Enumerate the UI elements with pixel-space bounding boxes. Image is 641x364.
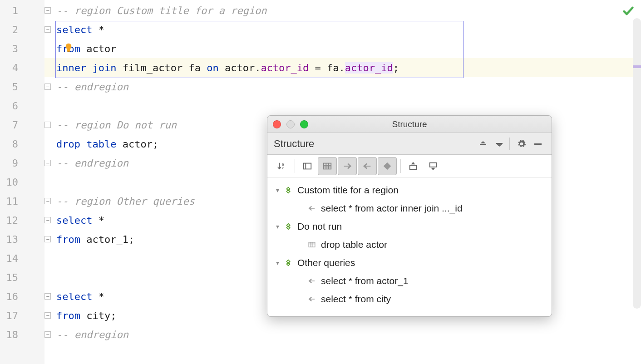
- code-text: on: [207, 62, 219, 74]
- chevron-down-icon[interactable]: ▾: [273, 259, 282, 266]
- tree-statement-node[interactable]: select * from actor inner join ..._id: [267, 199, 552, 217]
- code-text: actor: [116, 138, 152, 150]
- region-icon: [282, 222, 295, 231]
- gear-icon[interactable]: [514, 137, 529, 151]
- sort-alpha-icon[interactable]: az: [272, 157, 291, 175]
- window-title: Structure: [392, 119, 427, 129]
- editor-marker[interactable]: [633, 65, 641, 68]
- svg-rect-3: [534, 143, 542, 145]
- chevron-down-icon[interactable]: ▾: [273, 223, 282, 230]
- code-text: actor.: [219, 62, 261, 74]
- arrow-left-icon: [306, 204, 318, 212]
- region-icon: [282, 259, 295, 267]
- line-number: 11: [6, 196, 19, 207]
- code-text: film_actor fa: [116, 62, 207, 74]
- tree-statement-node[interactable]: select * from city: [267, 290, 552, 308]
- code-text: = fa.: [309, 62, 345, 74]
- code-text: *: [92, 291, 104, 302]
- scroll-to-source-icon[interactable]: [404, 157, 423, 175]
- code-text: -- endregion: [56, 157, 128, 169]
- editor-scrollbar[interactable]: [633, 18, 641, 309]
- code-text: join: [86, 62, 116, 74]
- line-number: 1: [12, 5, 18, 16]
- collapse-all-icon[interactable]: [492, 137, 507, 151]
- line-number: 12: [6, 215, 19, 226]
- line-number: 13: [6, 234, 19, 245]
- code-text: from: [56, 234, 80, 245]
- panel-title: Structure: [274, 138, 474, 150]
- structure-tree[interactable]: ▾ Custom title for a region select * fro…: [267, 177, 552, 316]
- code-text: -- region Custom title for a region: [56, 5, 267, 16]
- tree-node-label: Custom title for a region: [297, 185, 399, 196]
- line-number: 15: [6, 272, 19, 283]
- code-text: actor_id: [261, 62, 309, 74]
- tree-region-node[interactable]: ▾ Do not run: [267, 217, 552, 236]
- line-number: 3: [12, 43, 18, 54]
- line-number: 18: [6, 329, 19, 340]
- code-text: city: [80, 310, 110, 321]
- minimize-icon[interactable]: [286, 120, 295, 128]
- expand-all-icon[interactable]: [476, 137, 490, 151]
- arrow-right-icon[interactable]: [338, 157, 357, 175]
- line-number: 10: [6, 177, 19, 188]
- intention-bulb-icon[interactable]: [64, 42, 74, 54]
- code-text: ;: [110, 310, 116, 321]
- code-text: actor_id: [345, 62, 393, 74]
- line-number: 17: [6, 310, 19, 321]
- code-text: from: [56, 310, 80, 321]
- window-controls: [273, 120, 308, 128]
- line-number: 7: [12, 119, 18, 131]
- arrow-left-icon[interactable]: [358, 157, 377, 175]
- separator: [400, 159, 401, 173]
- tree-node-label: select * from city: [321, 294, 391, 305]
- code-text: *: [92, 215, 104, 226]
- separator: [509, 138, 510, 150]
- close-icon[interactable]: [273, 120, 281, 128]
- region-icon: [282, 186, 295, 194]
- tree-node-label: drop table actor: [321, 239, 387, 250]
- svg-rect-14: [430, 162, 437, 167]
- svg-rect-2: [496, 143, 503, 144]
- table-icon: [306, 241, 318, 249]
- panel-header: Structure: [267, 133, 552, 155]
- svg-rect-13: [410, 165, 417, 169]
- line-number: 9: [12, 157, 18, 169]
- svg-rect-8: [324, 163, 331, 169]
- code-text: select: [56, 24, 92, 35]
- layout-icon[interactable]: [298, 157, 317, 175]
- scroll-from-source-icon[interactable]: [424, 157, 443, 175]
- line-number: 14: [6, 253, 19, 264]
- tree-statement-node[interactable]: select * from actor_1: [267, 272, 552, 290]
- hide-icon[interactable]: [531, 137, 545, 151]
- svg-rect-15: [309, 242, 315, 247]
- table-icon[interactable]: [318, 157, 337, 175]
- structure-tool-window[interactable]: Structure Structure az: [267, 115, 552, 317]
- tree-statement-node[interactable]: drop table actor: [267, 236, 552, 254]
- line-number: 4: [12, 62, 18, 74]
- svg-rect-1: [480, 144, 486, 145]
- zoom-icon[interactable]: [300, 120, 308, 128]
- line-number: 8: [12, 138, 18, 150]
- code-text: *: [92, 24, 104, 35]
- status-ok-icon[interactable]: [622, 5, 635, 20]
- code-text: -- endregion: [56, 329, 128, 340]
- line-number: 6: [12, 100, 18, 112]
- tree-node-label: Other queries: [297, 257, 355, 268]
- chevron-down-icon[interactable]: ▾: [273, 187, 282, 194]
- tree-region-node[interactable]: ▾ Other queries: [267, 254, 552, 272]
- window-titlebar[interactable]: Structure: [267, 116, 552, 133]
- tree-region-node[interactable]: ▾ Custom title for a region: [267, 181, 552, 199]
- code-text: drop: [56, 138, 80, 150]
- structure-toolbar: az: [267, 155, 552, 177]
- svg-rect-6: [304, 163, 311, 169]
- arrow-left-icon: [306, 277, 318, 285]
- code-text: inner: [56, 62, 86, 74]
- svg-rect-0: [67, 51, 70, 52]
- code-text: select: [56, 215, 92, 226]
- diamond-icon[interactable]: [378, 157, 397, 175]
- tree-node-label: select * from actor_1: [321, 275, 409, 286]
- code-text: ;: [153, 138, 158, 150]
- code-text: ;: [128, 234, 134, 245]
- arrow-left-icon: [306, 295, 318, 303]
- code-text: actor_1: [80, 234, 128, 245]
